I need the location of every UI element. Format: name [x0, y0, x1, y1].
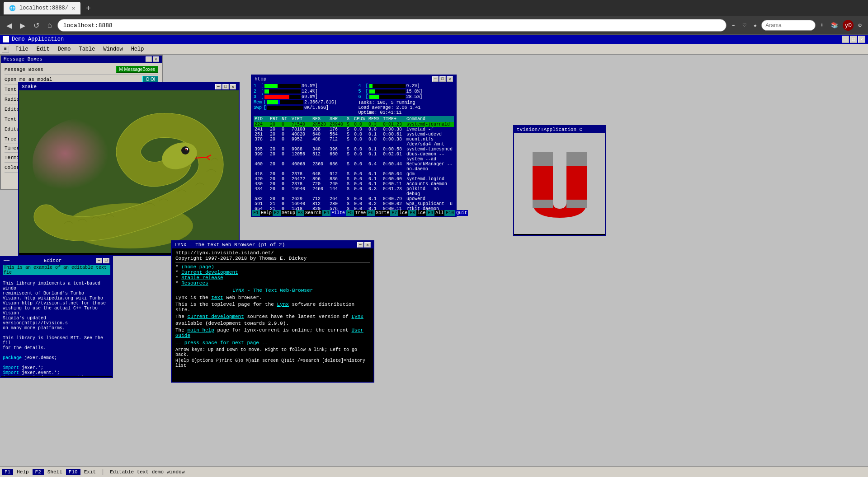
maximize-btn[interactable]: □ [850, 36, 857, 43]
htop-table-header: PID PRI NI VIRT RES SHR S CPU% MEM% TIME… [254, 116, 454, 122]
svg-rect-16 [566, 200, 587, 208]
status-f2-key[interactable]: F2 [33, 469, 44, 475]
status-f10-key[interactable]: F10 [66, 469, 80, 475]
htop-title-text: htop [255, 76, 266, 82]
close-btn[interactable]: ✕ [858, 36, 865, 43]
address-bar[interactable]: localhost:8888 [57, 19, 726, 32]
htop-tasks: Tasks: 100, 5 running [359, 100, 454, 105]
cpu2-label: 2 [254, 89, 260, 94]
msgbox-btn-messageboxes[interactable]: M MessageBoxes [116, 66, 158, 73]
tab-close-btn[interactable]: ✕ [72, 5, 75, 12]
app-menu-icon[interactable]: ≡ [2, 46, 9, 53]
lynx-content[interactable]: http://lynx.invisible-island.net/ Copyri… [172, 248, 373, 381]
msgbox-minimize[interactable]: ─ [146, 56, 152, 62]
f10-key[interactable]: F10 [444, 210, 455, 215]
menu-demo[interactable]: Demo [54, 45, 75, 53]
back-btn[interactable]: ◀ [4, 19, 14, 32]
snake-minimize[interactable]: ─ [215, 84, 222, 89]
menu-window[interactable]: Window [99, 45, 126, 53]
f6-key[interactable]: F6 [367, 210, 375, 215]
minimize-btn[interactable]: ─ [842, 36, 849, 43]
cpu1-bracket-open: [ [261, 84, 264, 89]
f4-label: Filte [330, 210, 346, 215]
editor-line: package jexer.demos; [3, 355, 110, 360]
lynx-copyright: Copyright 1997-2017,2018 by Thomas E. Di… [175, 256, 370, 261]
forward-btn[interactable]: ▶ [17, 19, 28, 32]
active-tab[interactable]: 🌐 localhost:8888/ ✕ [4, 2, 80, 14]
lynx-link-home[interactable]: (home page) [181, 264, 214, 270]
htop-minimize[interactable]: ─ [432, 76, 439, 82]
snake-close[interactable]: ✕ [230, 84, 236, 89]
hdr-s: S [347, 117, 353, 122]
f8-key[interactable]: F8 [408, 210, 416, 215]
lynx-close[interactable]: ✕ [364, 242, 371, 248]
profile-btn[interactable]: yD [843, 20, 854, 31]
f2-key[interactable]: F2 [273, 210, 281, 215]
lynx-window-btns: ─ ✕ [357, 242, 371, 248]
lynx-link-stable[interactable]: Stable release [181, 275, 223, 281]
lynx-link-current[interactable]: Current development [181, 270, 238, 275]
lynx-lynx-link2[interactable]: Lynx [351, 314, 363, 319]
lynx-link-resources[interactable]: Resources [181, 281, 208, 286]
f8-label: lce [416, 210, 426, 215]
editor-line: This library implements a text-based win… [3, 281, 110, 291]
keyword-import3: import [3, 375, 19, 376]
mem-label: Mem [254, 100, 263, 105]
svg-rect-12 [533, 152, 553, 166]
lynx-lynx-link[interactable]: Lynx [277, 302, 288, 307]
htop-row-selected: 224 20 0 71540 28528 26940 S 0.0 0.3 0:0… [254, 122, 454, 127]
f1-key[interactable]: F1 [252, 210, 260, 215]
cpu5-pct: 15.8%] [406, 89, 423, 94]
msgbox-title-text: Message Boxes [4, 56, 42, 62]
f9-key[interactable]: F9 [426, 210, 434, 215]
download-icon[interactable]: ⬇ [817, 20, 826, 31]
htop-maximize[interactable]: □ [439, 76, 446, 82]
f7-key[interactable]: F7 [390, 210, 398, 215]
lynx-current-dev-link[interactable]: current development [187, 314, 244, 319]
home-btn[interactable]: ⌂ [45, 19, 55, 31]
htop-close[interactable]: ✕ [447, 76, 453, 82]
new-tab-btn[interactable]: + [82, 4, 94, 13]
swp-bracket-open: [ [264, 105, 266, 110]
f5-key[interactable]: F5 [346, 210, 354, 215]
editor-maximize[interactable]: □ [103, 258, 109, 263]
editor-content[interactable]: This is an example of an editable text f… [1, 264, 112, 376]
search-input[interactable] [761, 20, 816, 31]
bookmark-icon[interactable]: ♡ [740, 20, 749, 31]
app-window-controls: ─ □ ✕ [842, 36, 865, 43]
refresh-btn[interactable]: ↺ [31, 19, 42, 32]
menu-edit[interactable]: Edit [33, 45, 53, 53]
f4-key[interactable]: F4 [322, 210, 330, 215]
editor-minimize[interactable]: ─ [96, 258, 102, 263]
snake-maximize[interactable]: □ [222, 84, 229, 89]
menu-table[interactable]: Table [75, 45, 99, 53]
status-f1-key[interactable]: F1 [2, 469, 13, 475]
editor-line: Vision. http wikipedia.org wiki Turbo [3, 296, 110, 301]
msgbox-btn-modal[interactable]: O Ol [142, 76, 158, 83]
settings-icon[interactable]: ⚙ [855, 20, 864, 31]
editor-title-text: Editor [44, 258, 62, 263]
cpu3-bracket-open: [ [261, 94, 264, 99]
lynx-main-help[interactable]: main help [187, 327, 214, 333]
msgbox-close[interactable]: ✕ [153, 56, 159, 62]
htop-window: htop ─ □ ✕ 1 [ 36.5%] 2 [ [251, 75, 457, 217]
hdr-mem: MEM% [368, 117, 382, 122]
cpu6-pct: 28.5%] [406, 94, 423, 99]
lynx-text-link[interactable]: text [211, 295, 223, 300]
table-row: 434 20 0 16940 2460 144 S 0.0 0.3 0:01.2… [254, 187, 454, 196]
editor-line: Vision http //tvision.sf.net for those [3, 301, 110, 306]
swp-bar: Swp [ 0K/1.95G] [254, 105, 349, 110]
hdr-cmd: Command [406, 117, 425, 122]
menu-help[interactable]: Help [127, 45, 148, 53]
cpu4-bar-fill [369, 84, 406, 88]
collections-icon[interactable]: 📚 [828, 20, 841, 31]
editor-line [3, 276, 110, 281]
app-icon [3, 36, 9, 42]
lynx-nav-hint: Arrow keys: Up and Down to move. Right t… [175, 347, 370, 357]
lynx-minimize[interactable]: ─ [357, 242, 363, 248]
star-icon[interactable]: ★ [751, 20, 760, 31]
f3-key[interactable]: F3 [296, 210, 304, 215]
menu-file[interactable]: File [12, 45, 32, 53]
logo-titlebar: tvision/TApplication C [514, 126, 605, 133]
extensions-icon[interactable]: ⋯ [729, 20, 738, 31]
